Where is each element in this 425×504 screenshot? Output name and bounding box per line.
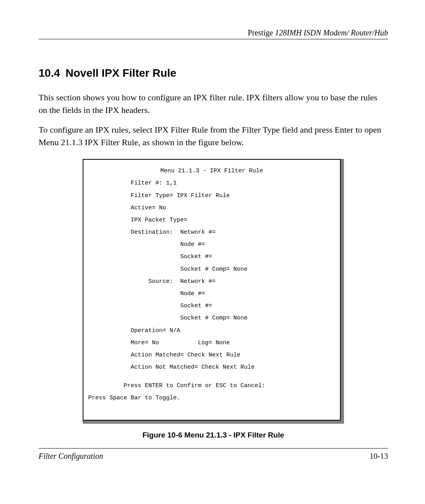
running-head: Prestige 128IMH ISDN Modem/ Router/Hub [39,28,388,39]
footer-section-name: Filter Configuration [39,452,103,461]
figure-wrapper: Menu 21.1.3 - IPX Filter Rule Filter #: … [83,159,344,439]
section-heading: 10.4Novell IPX Filter Rule [39,67,388,79]
terminal-line: Socket #= [88,303,335,309]
terminal-line: Node #= [88,242,335,248]
terminal-screenshot: Menu 21.1.3 - IPX Filter Rule Filter #: … [83,159,341,421]
section-number: 10.4 [39,67,60,79]
terminal-line: Destination: Network #= [88,229,335,236]
terminal-line: Socket # Comp= None [88,266,335,273]
terminal-line: Socket #= [88,254,335,260]
terminal-line: Filter #: 1,1 [88,180,335,186]
terminal-line: Source: Network #= [88,279,335,285]
terminal-title: Menu 21.1.3 - IPX Filter Rule [88,168,335,174]
product-model: 128IMH ISDN Modem/ Router/Hub [275,28,388,37]
terminal-line: Filter Type= IPX Filter Rule [88,193,335,199]
page-footer: Filter Configuration 10-13 [39,448,388,461]
terminal-shadow: Menu 21.1.3 - IPX Filter Rule Filter #: … [83,159,344,424]
terminal-line: Press Space Bar to Toggle. [88,395,335,401]
intro-paragraph-2: To configure an IPX rules, select IPX Fi… [39,124,388,149]
terminal-line: Action Matched= Check Next Rule [88,352,335,358]
terminal-line: Node #= [88,291,335,297]
terminal-line: More= No Log= None [88,340,335,346]
section-title-text: Novell IPX Filter Rule [66,67,177,79]
terminal-line: Active= No [88,205,335,211]
terminal-line: Socket # Comp= None [88,315,335,321]
terminal-line: Operation= N/A [88,328,335,334]
product-name: Prestige [248,28,275,37]
footer-page-number: 10-13 [370,452,388,461]
terminal-line: Action Not Matched= Check Next Rule [88,364,335,371]
figure-caption: Figure 10-6 Menu 21.1.3 - IPX Filter Rul… [83,431,344,439]
intro-paragraph-1: This section shows you how to configure … [39,91,388,116]
terminal-line: Press ENTER to Confirm or ESC to Cancel: [88,383,335,389]
terminal-line: IPX Packet Type= [88,217,335,223]
